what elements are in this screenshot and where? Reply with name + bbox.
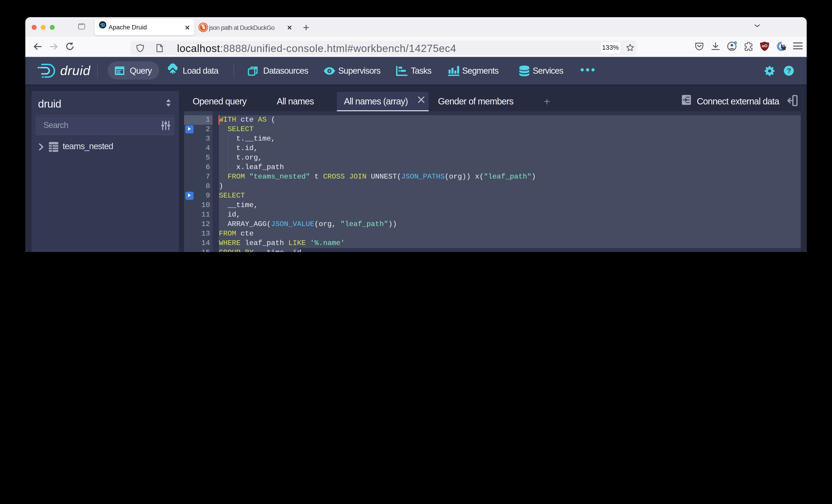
svg-text:?: ? [787, 67, 791, 75]
svg-text:uO: uO [762, 44, 768, 48]
